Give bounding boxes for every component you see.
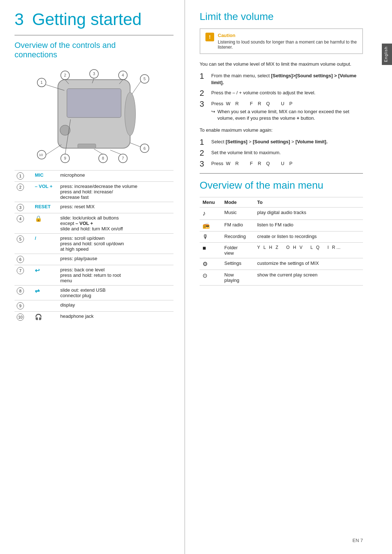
mode-folder: Folderview: [221, 242, 254, 258]
to-nowplaying: show the current play screen: [254, 270, 363, 285]
svg-rect-1: [67, 89, 121, 118]
caution-title: Caution: [218, 33, 357, 38]
limit-body-text: You can set the volume level of MIX to l…: [200, 61, 363, 68]
svg-line-25: [110, 150, 121, 154]
caution-icon: !: [205, 33, 214, 41]
middle-divider: [200, 173, 363, 174]
to-fm: listen to FM radio: [254, 219, 363, 231]
svg-text:9: 9: [64, 156, 66, 160]
svg-rect-3: [78, 144, 96, 148]
menu-icon-recording: 🎙: [200, 231, 221, 242]
menu-icon-nowplaying: ⊙: [200, 270, 221, 285]
svg-text:4: 4: [122, 73, 124, 77]
menu-icon-fm: 📻: [200, 219, 221, 231]
svg-text:1: 1: [41, 80, 43, 85]
step-2-3: 3 Press W R F R Q U P: [200, 160, 363, 168]
table-row: 9 display: [15, 300, 173, 311]
caution-box: ! Caution Listening to loud sounds for l…: [200, 28, 363, 54]
table-row: 🎙 Recording create or listen to recordin…: [200, 231, 363, 242]
to-recording: create or listen to recordings: [254, 231, 363, 242]
mode-nowplaying: Nowplaying: [221, 270, 254, 285]
mode-recording: Recording: [221, 231, 254, 242]
top-divider: [15, 35, 173, 36]
table-row: 8 ⇌ slide out: extend USBconnector plug: [15, 285, 173, 300]
svg-line-34: [46, 144, 62, 155]
svg-text:7: 7: [122, 156, 124, 160]
svg-text:3: 3: [93, 71, 95, 76]
svg-text:8: 8: [102, 156, 104, 160]
chapter-title: Getting started: [32, 10, 142, 29]
col-menu: Menu: [200, 197, 221, 207]
table-row: ♪ Music play digital audio tracks: [200, 207, 363, 219]
steps-group-2: 1 Select [Settings] > [Sound settings] >…: [200, 138, 363, 168]
side-tab: English: [382, 44, 392, 65]
mode-fm: FM radio: [221, 219, 254, 231]
limit-volume-heading: Limit the volume: [200, 11, 363, 22]
main-menu-heading: Overview of the main menu: [200, 180, 363, 191]
step-2-1: 1 Select [Settings] > [Sound settings] >…: [200, 138, 363, 146]
to-folder: Y L H Z O H V L Q I R…: [254, 242, 363, 258]
left-column: 3 Getting started Overview of the contro…: [0, 0, 185, 554]
table-row: 4 🔒 slide: lock/unlock all buttonsexcept…: [15, 213, 173, 233]
svg-point-4: [60, 125, 70, 135]
svg-text:10: 10: [39, 153, 43, 157]
right-column: Limit the volume ! Caution Listening to …: [185, 0, 381, 554]
menu-icon-settings: ⚙: [200, 258, 221, 270]
svg-text:5: 5: [143, 77, 146, 81]
step-2-2: 2 Set the volume limit to maximum.: [200, 149, 363, 157]
limit-volume-section: Limit the volume ! Caution Listening to …: [200, 11, 363, 168]
table-row: 1 MIC microphone: [15, 170, 173, 181]
svg-text:6: 6: [143, 146, 146, 150]
left-section-heading: Overview of the controls and connections: [15, 41, 173, 60]
chapter-number: 3: [15, 10, 24, 29]
controls-table: 1 MIC microphone 2 – VOL + press: increa…: [15, 170, 173, 323]
enable-again-text: To enable maximum volume again:: [200, 127, 363, 134]
svg-line-28: [94, 149, 103, 154]
to-settings: customize the settings of MIX: [254, 258, 363, 270]
svg-point-2: [125, 92, 136, 135]
caution-content: Caution Listening to loud sounds for lon…: [218, 33, 357, 50]
menu-icon-folder: ■: [200, 242, 221, 258]
page-number: EN 7: [352, 538, 363, 543]
table-row: ■ Folderview Y L H Z O H V L Q I R…: [200, 242, 363, 258]
chapter-heading: 3 Getting started: [15, 11, 173, 28]
table-row: ⚙ Settings customize the settings of MIX: [200, 258, 363, 270]
svg-text:2: 2: [64, 73, 66, 77]
main-menu-table: Menu Mode To ♪ Music play digital audio …: [200, 197, 363, 286]
to-music: play digital audio tracks: [254, 207, 363, 219]
step-1: 1 From the main menu, select [Settings]>…: [200, 72, 363, 86]
table-row: 📻 FM radio listen to FM radio: [200, 219, 363, 231]
table-row: 5 / press: scroll up/downpress and hold:…: [15, 233, 173, 254]
col-mode: Mode: [221, 197, 254, 207]
table-row: ⊙ Nowplaying show the current play scree…: [200, 270, 363, 285]
steps-group-1: 1 From the main menu, select [Settings]>…: [200, 72, 363, 122]
main-menu-section: Overview of the main menu Menu Mode To ♪…: [200, 180, 363, 286]
mode-settings: Settings: [221, 258, 254, 270]
mode-music: Music: [221, 207, 254, 219]
step-3: 3 Press W R F R Q U P ↪ When you set a v…: [200, 100, 363, 122]
table-row: 2 – VOL + press: increase/decrease the v…: [15, 181, 173, 202]
table-row: 7 ↩ press: back one levelpress and hold:…: [15, 265, 173, 285]
svg-line-19: [132, 81, 141, 94]
svg-line-22: [130, 143, 140, 147]
table-row: 3 RESET press: reset MIX: [15, 202, 173, 213]
col-to: To: [254, 197, 363, 207]
menu-icon-music: ♪: [200, 207, 221, 219]
table-row: 10 🎧 headphone jack: [15, 311, 173, 323]
caution-text: Listening to loud sounds for longer than…: [218, 40, 357, 50]
device-diagram: 1 2 3 4 5 6: [15, 65, 173, 167]
table-row: 6 press: play/pause: [15, 254, 173, 265]
step-2: 2 Press the – / + volume controls to adj…: [200, 89, 363, 97]
table-header-row: Menu Mode To: [200, 197, 363, 207]
